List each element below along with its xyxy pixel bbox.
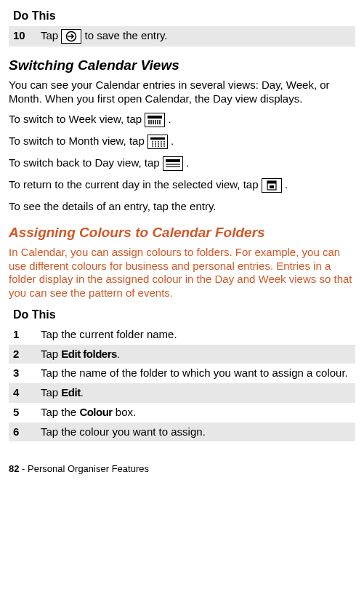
step-number: 10 (9, 26, 36, 47)
month-view-icon (147, 135, 168, 149)
table-row: 4 Tap Edit. (9, 383, 355, 403)
period: . (285, 178, 288, 191)
table-row: 3 Tap the name of the folder to which yo… (9, 364, 355, 383)
svg-point-19 (152, 145, 153, 147)
do-this-table-top: Do This 10 Tap to save the entry. (9, 6, 355, 47)
footer-sep: - (19, 463, 28, 474)
text-before: Tap (41, 386, 61, 398)
footer-section: Personal Organiser Features (28, 463, 149, 474)
step-text: Tap Edit. (36, 383, 355, 403)
do-this-header: Do This (9, 6, 355, 26)
paragraph: To switch to Month view, tap . (9, 135, 355, 149)
text-before: Tap (41, 348, 61, 360)
svg-point-20 (155, 145, 156, 147)
ui-label: Colour (79, 406, 112, 418)
text-before: Tap (41, 29, 61, 41)
today-icon (262, 178, 282, 193)
paragraph: To see the details of an entry, tap the … (9, 200, 355, 214)
do-this-header: Do This (9, 305, 355, 325)
svg-point-16 (158, 143, 159, 145)
svg-rect-1 (147, 116, 162, 119)
step-text: Tap the colour you want to assign. (36, 422, 355, 442)
section-heading-assigning-colours: Assigning Colours to Calendar Folders (9, 224, 355, 241)
text-after: . (117, 348, 120, 360)
text-after: . (81, 386, 84, 398)
paragraph: To return to the current day in the sele… (9, 178, 355, 193)
table-row: 1 Tap the current folder name. (9, 325, 355, 345)
table-row: 5 Tap the Colour box. (9, 403, 355, 422)
do-this-table-steps: Do This 1 Tap the current folder name. 2… (9, 305, 355, 442)
svg-point-14 (152, 143, 153, 145)
page-number: 82 (9, 463, 19, 474)
step-number: 4 (9, 383, 36, 403)
paragraph: To switch to Week view, tap . (9, 113, 355, 127)
step-text: Tap the current folder name. (36, 325, 355, 345)
page-footer: 82 - Personal Organiser Features (9, 463, 355, 475)
step-number: 5 (9, 403, 36, 422)
period: . (168, 113, 171, 125)
text-after: to save the entry. (85, 29, 168, 41)
week-view-icon (145, 113, 165, 127)
svg-rect-8 (150, 137, 165, 140)
svg-point-12 (161, 141, 162, 143)
text-before: To switch to Month view, tap (9, 135, 147, 147)
svg-point-11 (158, 141, 159, 143)
period: . (186, 156, 189, 169)
svg-point-18 (163, 143, 165, 145)
text-before: To return to the current day in the sele… (9, 178, 262, 191)
step-text: Tap the name of the folder to which you … (36, 364, 355, 383)
paragraph: To switch back to Day view, tap . (9, 156, 355, 171)
table-row: 2 Tap Edit folders. (9, 345, 355, 364)
text-after: box. (113, 406, 137, 418)
text-before: Tap the (41, 406, 79, 418)
step-text: Tap to save the entry. (36, 26, 355, 47)
day-view-icon (163, 156, 183, 171)
paragraph: In Calendar, you can assign colours to f… (9, 246, 355, 300)
paragraph: You can see your Calendar entries in sev… (9, 79, 355, 106)
section-heading-switching-views: Switching Calendar Views (9, 57, 355, 74)
svg-rect-24 (166, 159, 180, 162)
period: . (171, 135, 174, 147)
svg-point-22 (161, 145, 162, 147)
svg-point-13 (163, 141, 165, 143)
svg-rect-29 (270, 185, 274, 188)
step-number: 2 (9, 345, 36, 364)
step-number: 1 (9, 325, 36, 345)
text-before: To switch to Week view, tap (9, 113, 145, 125)
svg-point-21 (158, 145, 159, 147)
step-text: Tap the Colour box. (36, 403, 355, 422)
ui-label: Edit (61, 386, 80, 398)
svg-point-17 (161, 143, 162, 145)
svg-rect-28 (267, 181, 276, 184)
svg-point-15 (155, 143, 156, 145)
table-row: 10 Tap to save the entry. (9, 26, 355, 47)
step-number: 3 (9, 364, 36, 383)
step-text: Tap Edit folders. (36, 345, 355, 364)
svg-point-10 (155, 141, 156, 143)
svg-point-9 (152, 141, 153, 143)
step-number: 6 (9, 422, 36, 442)
ui-label: Edit folders (61, 348, 117, 360)
text-before: To switch back to Day view, tap (9, 156, 163, 169)
svg-point-23 (163, 145, 165, 147)
save-arrow-icon (61, 29, 81, 44)
table-row: 6 Tap the colour you want to assign. (9, 422, 355, 442)
